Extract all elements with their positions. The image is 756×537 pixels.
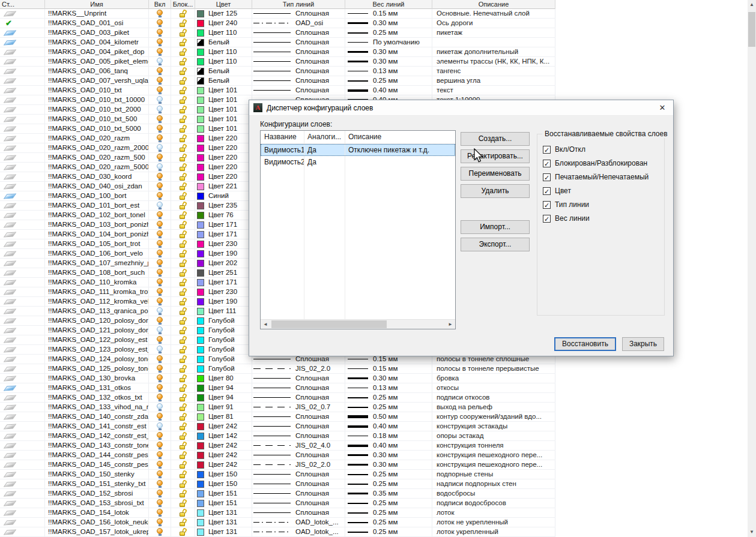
layer-lineweight-cell[interactable]: 0.13 мм bbox=[345, 67, 432, 76]
color-swatch[interactable] bbox=[197, 375, 204, 382]
layer-on-cell[interactable] bbox=[149, 28, 171, 37]
bulb-on-icon[interactable] bbox=[157, 67, 163, 73]
bulb-on-icon[interactable] bbox=[157, 192, 163, 198]
layer-name[interactable]: !!MARKS_OAD_040_osi_zdan bbox=[45, 182, 149, 191]
layer-status-cell[interactable] bbox=[0, 527, 45, 536]
color-swatch[interactable] bbox=[197, 250, 204, 257]
layer-on-cell[interactable] bbox=[149, 153, 171, 162]
checkbox-box-icon[interactable]: ✓ bbox=[543, 146, 551, 154]
layer-on-cell[interactable] bbox=[149, 518, 171, 527]
layer-status-cell[interactable] bbox=[0, 345, 45, 354]
layer-lock-cell[interactable] bbox=[171, 499, 195, 508]
layer-lock-cell[interactable] bbox=[171, 431, 195, 440]
layer-lock-cell[interactable] bbox=[171, 134, 195, 143]
layer-linetype-cell[interactable]: Сплошная bbox=[252, 508, 345, 517]
layer-lineweight-cell[interactable]: По умолчанию bbox=[345, 38, 432, 47]
layer-name[interactable]: !!MARKS_OAD_020_razm bbox=[45, 134, 149, 143]
unlock-icon[interactable] bbox=[180, 374, 187, 382]
layer-on-cell[interactable] bbox=[149, 172, 171, 181]
bulb-off-icon[interactable] bbox=[157, 202, 163, 208]
layer-on-cell[interactable] bbox=[149, 191, 171, 200]
bulb-on-icon[interactable] bbox=[157, 154, 163, 160]
layer-lock-cell[interactable] bbox=[171, 287, 195, 296]
scroll-right-icon[interactable]: ► bbox=[446, 320, 455, 329]
layer-on-cell[interactable] bbox=[149, 249, 171, 258]
layer-on-cell[interactable] bbox=[149, 105, 171, 114]
layer-on-cell[interactable] bbox=[149, 307, 171, 316]
layer-lock-cell[interactable] bbox=[171, 76, 195, 85]
layer-lock-cell[interactable] bbox=[171, 441, 195, 450]
layer-status-cell[interactable] bbox=[0, 239, 45, 248]
layer-lock-cell[interactable] bbox=[171, 518, 195, 527]
color-swatch[interactable] bbox=[197, 39, 204, 46]
layer-lock-cell[interactable] bbox=[171, 393, 195, 402]
layer-name[interactable]: !!MARKS_OAD_010_txt_500 bbox=[45, 115, 149, 124]
layer-on-cell[interactable] bbox=[149, 489, 171, 498]
column-header-4[interactable]: Цвет bbox=[195, 0, 252, 9]
layer-lineweight-cell[interactable]: 0.30 мм bbox=[345, 57, 432, 66]
layer-lock-cell[interactable] bbox=[171, 374, 195, 383]
column-header-0[interactable]: Ст... bbox=[0, 0, 45, 9]
layer-lineweight-cell[interactable]: 0.25 мм bbox=[345, 76, 432, 85]
unlock-icon[interactable] bbox=[180, 77, 187, 85]
color-swatch[interactable] bbox=[197, 509, 204, 517]
layer-lock-cell[interactable] bbox=[171, 9, 195, 18]
edit-button[interactable]: Редактировать... bbox=[461, 149, 530, 163]
layer-on-cell[interactable] bbox=[149, 220, 171, 229]
layer-lock-cell[interactable] bbox=[171, 316, 195, 325]
layer-color-cell[interactable]: Голубой bbox=[195, 345, 252, 354]
layer-status-cell[interactable] bbox=[0, 220, 45, 229]
layer-status-cell[interactable] bbox=[0, 431, 45, 440]
unlock-icon[interactable] bbox=[180, 518, 187, 526]
layer-on-cell[interactable] bbox=[149, 316, 171, 325]
layer-lock-cell[interactable] bbox=[171, 249, 195, 258]
layer-name[interactable]: !!MARKS_OAD_133_vihod_na_relef bbox=[45, 403, 149, 412]
color-swatch[interactable] bbox=[197, 385, 204, 392]
layer-name[interactable]: !!MARKS_OAD_157_lotok_ukrep bbox=[45, 527, 149, 536]
table-row[interactable]: !!MARKS_OAD_150_stenkyЦвет 150Сплошная0.… bbox=[0, 470, 555, 479]
unlock-icon[interactable] bbox=[180, 278, 187, 286]
layer-name[interactable]: !!MARKS_OAD_124_polosy_tonel bbox=[45, 355, 149, 364]
config-column-header-2[interactable]: Описание bbox=[345, 131, 455, 143]
layer-color-cell[interactable]: Синий bbox=[195, 191, 252, 200]
layer-lock-cell[interactable] bbox=[171, 345, 195, 354]
bulb-off-icon[interactable] bbox=[157, 96, 163, 102]
bulb-on-icon[interactable] bbox=[157, 298, 163, 304]
layer-name[interactable]: !!MARKS_OAD_105_bort_trot bbox=[45, 239, 149, 248]
unlock-icon[interactable] bbox=[180, 163, 187, 171]
layer-lock-cell[interactable] bbox=[171, 28, 195, 37]
unlock-icon[interactable] bbox=[180, 173, 187, 181]
layer-name[interactable]: !!MARKS_OAD_143_constr_tonel bbox=[45, 441, 149, 450]
delete-button[interactable]: Удалить bbox=[461, 184, 530, 198]
layer-color-cell[interactable]: Цвет 190 bbox=[195, 297, 252, 306]
layer-linetype-cell[interactable]: Сплошная bbox=[252, 28, 345, 37]
layer-name[interactable]: !!MARKS_OAD_110_kromka bbox=[45, 278, 149, 287]
color-swatch[interactable] bbox=[197, 317, 204, 325]
layer-status-cell[interactable] bbox=[0, 307, 45, 316]
color-swatch[interactable] bbox=[197, 337, 204, 344]
layer-name[interactable]: !!MARKS_OAD_111_kromka_trot bbox=[45, 287, 149, 296]
table-row[interactable]: !!MARKS_OAD_004_piket_dopЦвет 110Сплошна… bbox=[0, 47, 555, 57]
layer-on-cell[interactable] bbox=[149, 431, 171, 440]
config-column-header-0[interactable]: Название bbox=[261, 131, 304, 143]
layer-linetype-cell[interactable]: Сплошная bbox=[252, 47, 345, 56]
table-row[interactable]: !!MARKS_OAD_125_polosy_tonel_pun...Голуб… bbox=[0, 364, 555, 374]
layer-status-cell[interactable] bbox=[0, 9, 45, 18]
color-swatch[interactable] bbox=[197, 97, 204, 104]
color-swatch[interactable] bbox=[197, 212, 204, 219]
layer-name[interactable]: !!MARKS_OAD_120_polosy_dor bbox=[45, 316, 149, 325]
layer-status-cell[interactable] bbox=[0, 326, 45, 335]
layer-lock-cell[interactable] bbox=[171, 479, 195, 488]
checkbox-4[interactable]: ✓Тип линии bbox=[543, 200, 589, 209]
color-swatch[interactable] bbox=[197, 135, 204, 142]
layer-lock-cell[interactable] bbox=[171, 182, 195, 191]
config-row[interactable]: Видимость1ДаОтключен пикетаж и т.д. bbox=[261, 144, 455, 156]
unlock-icon[interactable] bbox=[180, 19, 187, 27]
unlock-icon[interactable] bbox=[180, 288, 187, 296]
layer-name[interactable]: !!MARKS_OAD_145_constr_pesh_per_... bbox=[45, 460, 149, 469]
layer-lock-cell[interactable] bbox=[171, 239, 195, 248]
layer-lock-cell[interactable] bbox=[171, 268, 195, 277]
layer-lock-cell[interactable] bbox=[171, 259, 195, 268]
layer-name[interactable]: !!MARKS_OAD_132_otkos_txt bbox=[45, 393, 149, 402]
layer-on-cell[interactable] bbox=[149, 115, 171, 124]
